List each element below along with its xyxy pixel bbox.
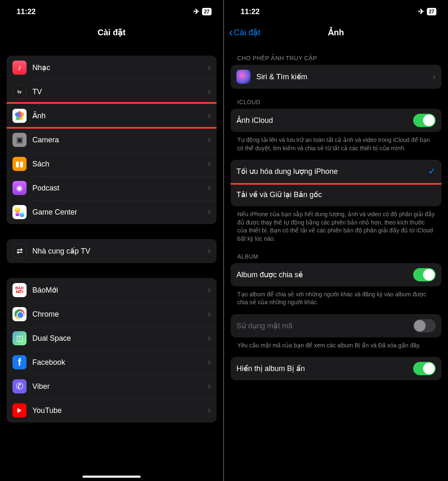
group-storage-option: Tối ưu hóa dung lượng iPhone ✓ Tải về và… <box>231 160 441 206</box>
battery-icon: 27 <box>427 8 436 15</box>
chevron-right-icon: › <box>208 159 211 169</box>
camera-icon: ▣ <box>12 133 27 147</box>
photos-icon <box>12 109 27 123</box>
page-title: Ảnh <box>328 27 344 37</box>
row-label: Game Center <box>32 208 208 217</box>
siri-icon <box>236 70 251 84</box>
row-download-originals[interactable]: Tải về và Giữ lại Bản gốc <box>231 183 441 206</box>
footer-icloud-photos: Tự động tải lên và lưu trữ an toàn tất c… <box>231 132 441 152</box>
row-tv[interactable]: tv TV › <box>7 80 217 104</box>
toggle-icloud-photos[interactable] <box>413 114 436 127</box>
baomoi-icon: BÁOMỚI <box>12 283 27 297</box>
dualspace-icon: ◫ <box>12 331 27 345</box>
row-label: Sử dụng mật mã <box>236 321 413 330</box>
row-youtube[interactable]: YouTube › <box>7 398 217 422</box>
chevron-right-icon: › <box>208 246 211 256</box>
chevron-right-icon: › <box>208 381 211 392</box>
viber-icon: ✆ <box>12 379 27 393</box>
row-shared-album[interactable]: Album được chia sẻ <box>231 263 441 286</box>
settings-group-thirdparty: BÁOMỚI BáoMới › Chrome › ◫ Dual Space › … <box>7 278 217 422</box>
footer-shared-album: Tạo album để chia sẻ với những người khá… <box>231 286 441 307</box>
tvprovider-icon: ⇄ <box>12 244 27 258</box>
row-camera[interactable]: ▣ Camera › <box>7 128 217 152</box>
back-button[interactable]: ‹ Cài đặt <box>229 27 261 38</box>
gamecenter-icon <box>12 205 27 219</box>
group-siri: Siri & Tìm kiếm › <box>231 65 441 89</box>
row-label: Sách <box>32 160 208 168</box>
chevron-right-icon: › <box>208 309 211 320</box>
status-bar: 11:22 ✈︎ 27 <box>224 0 448 20</box>
facebook-icon: f <box>12 355 27 369</box>
toggle-use-passcode[interactable] <box>413 319 436 332</box>
row-dualspace[interactable]: ◫ Dual Space › <box>7 326 217 350</box>
row-label: Podcast <box>32 184 208 193</box>
row-hidden-album[interactable]: Hiển thị album Bị ẩn <box>231 357 441 380</box>
settings-screen: 11:22 ✈︎ 27 Cài đặt ♪ Nhạc › tv TV › <box>0 0 224 481</box>
row-label: Album được chia sẻ <box>236 270 413 279</box>
chevron-right-icon: › <box>208 86 211 97</box>
nav-bar: ‹ Cài đặt Ảnh <box>224 20 448 45</box>
group-shared-album: Album được chia sẻ <box>231 263 441 286</box>
row-optimize-storage[interactable]: Tối ưu hóa dung lượng iPhone ✓ <box>231 160 441 183</box>
chevron-right-icon: › <box>208 134 211 145</box>
chevron-left-icon: ‹ <box>229 27 233 38</box>
footer-optimize: Nếu iPhone của bạn sắp hết dung lượng, ả… <box>231 206 441 243</box>
row-tvprovider[interactable]: ⇄ Nhà cung cấp TV › <box>7 239 217 263</box>
row-label: Viber <box>32 382 208 391</box>
row-use-passcode[interactable]: Sử dụng mật mã <box>231 314 441 337</box>
settings-group-apple-apps: ♪ Nhạc › tv TV › Ảnh › ▣ Camera › <box>7 56 217 224</box>
toggle-shared-album[interactable] <box>413 268 436 281</box>
row-music[interactable]: ♪ Nhạc › <box>7 56 217 80</box>
chevron-right-icon: › <box>208 183 211 193</box>
tv-icon: tv <box>12 85 27 99</box>
row-label: Tải về và Giữ lại Bản gốc <box>236 190 436 199</box>
chevron-right-icon: › <box>208 62 211 73</box>
battery-icon: 27 <box>202 8 212 15</box>
row-label: Facebook <box>32 358 208 367</box>
chevron-right-icon: › <box>208 207 211 217</box>
chevron-right-icon: › <box>208 285 211 295</box>
group-passcode: Sử dụng mật mã <box>231 314 441 337</box>
books-icon: ▮▮ <box>12 157 27 171</box>
music-icon: ♪ <box>12 61 27 75</box>
chevron-right-icon: › <box>433 71 436 82</box>
row-label: Camera <box>32 136 208 144</box>
checkmark-icon: ✓ <box>428 166 436 177</box>
home-indicator[interactable] <box>83 476 141 478</box>
airplane-icon: ✈︎ <box>193 7 200 16</box>
row-baomoi[interactable]: BÁOMỚI BáoMới › <box>7 278 217 302</box>
chevron-right-icon: › <box>208 357 211 368</box>
nav-bar: Cài đặt <box>0 20 223 45</box>
row-books[interactable]: ▮▮ Sách › <box>7 152 217 176</box>
settings-group-tvprovider: ⇄ Nhà cung cấp TV › <box>7 239 217 263</box>
row-label: Tối ưu hóa dung lượng iPhone <box>236 167 428 176</box>
status-time: 11:22 <box>17 7 36 16</box>
row-icloud-photos[interactable]: Ảnh iCloud <box>231 109 441 132</box>
row-label: Nhà cung cấp TV <box>32 247 208 256</box>
row-label: Siri & Tìm kiếm <box>256 72 433 81</box>
row-siri-search[interactable]: Siri & Tìm kiếm › <box>231 65 441 89</box>
row-label: Nhạc <box>32 63 208 72</box>
row-label: BáoMới <box>32 286 208 295</box>
podcast-icon: ◉ <box>12 181 27 195</box>
group-hidden-album: Hiển thị album Bị ẩn <box>231 357 441 380</box>
chrome-icon <box>12 307 27 321</box>
row-label: YouTube <box>32 406 208 415</box>
row-facebook[interactable]: f Facebook › <box>7 350 217 374</box>
row-viber[interactable]: ✆ Viber › <box>7 374 217 398</box>
section-header-album: ALBUM <box>231 243 441 263</box>
toggle-hidden-album[interactable] <box>413 362 436 375</box>
status-time: 11:22 <box>241 7 260 16</box>
row-gamecenter[interactable]: Game Center › <box>7 200 217 224</box>
row-chrome[interactable]: Chrome › <box>7 302 217 326</box>
status-bar: 11:22 ✈︎ 27 <box>0 0 223 20</box>
airplane-icon: ✈︎ <box>418 7 424 16</box>
section-header-icloud: ICLOUD <box>231 89 441 109</box>
photos-settings-screen: 11:22 ✈︎ 27 ‹ Cài đặt Ảnh CHO PHÉP ẢNH T… <box>224 0 448 481</box>
row-podcast[interactable]: ◉ Podcast › <box>7 176 217 200</box>
row-label: Ảnh iCloud <box>236 116 413 125</box>
chevron-right-icon: › <box>208 110 211 121</box>
row-label: Chrome <box>32 310 208 319</box>
row-label: Ảnh <box>32 111 208 120</box>
row-photos[interactable]: Ảnh › <box>7 104 217 128</box>
